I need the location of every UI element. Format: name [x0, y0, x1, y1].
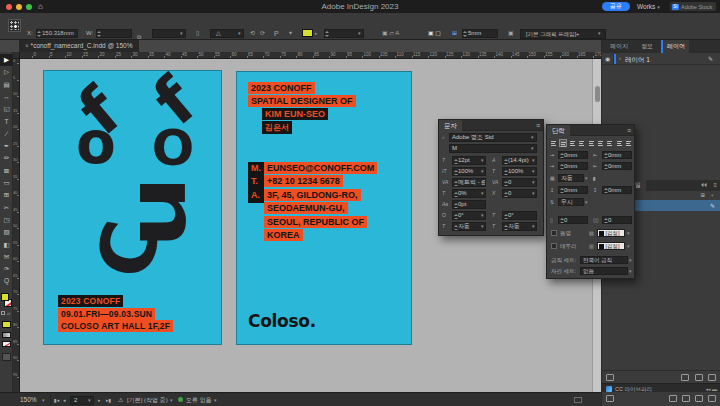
- indent-row2-left-field[interactable]: 0mm: [558, 162, 588, 170]
- toolbar-default-swatch-icon[interactable]: [1, 311, 5, 315]
- char-row-left-field[interactable]: 0pt: [452, 200, 486, 209]
- rectangle-frame-tool[interactable]: ⊠: [0, 165, 13, 177]
- corner-radius-field[interactable]: 5mm: [462, 29, 498, 38]
- preflight-status[interactable]: 오류 없음: [186, 396, 212, 405]
- reference-point-proxy[interactable]: [8, 19, 21, 32]
- bottom-footer-icon1[interactable]: [606, 395, 614, 402]
- cc-library-bar[interactable]: CC 라이브러리 ◂◂ ▬: [602, 383, 720, 392]
- free-transform-tool[interactable]: ◳: [0, 214, 13, 226]
- layer-expand-icon[interactable]: ›: [619, 55, 621, 61]
- zoom-level[interactable]: 150%: [20, 396, 37, 403]
- horizontal-ruler[interactable]: 0510152025303540455055606570758085909510…: [20, 52, 601, 59]
- stock-search-box[interactable]: St Adobe Stock: [670, 2, 716, 11]
- toolbar-swap-swatch-icon[interactable]: ⇄: [7, 311, 10, 316]
- styles-collapse-icon[interactable]: ⏴⏴: [701, 182, 707, 189]
- indent-row1-right-field[interactable]: 0mm: [602, 151, 632, 159]
- toolbar-fill-swatch[interactable]: [1, 293, 9, 301]
- hyphen-dropdown[interactable]: 무시: [558, 198, 584, 206]
- indent-row1-left-field[interactable]: 0mm: [558, 151, 588, 159]
- mojikumi-dropdown[interactable]: 없음: [580, 267, 628, 275]
- select-container-icon[interactable]: P: [274, 30, 279, 37]
- flip-horizontal-icon[interactable]: ▯: [196, 30, 199, 37]
- styles-add-icon[interactable]: ＋: [710, 192, 716, 199]
- align-button-6[interactable]: [606, 139, 614, 147]
- eyedropper-tool[interactable]: ✑: [0, 263, 13, 275]
- dock-tab-0[interactable]: 페이지: [606, 40, 632, 53]
- zoom-tool[interactable]: Q: [0, 275, 13, 287]
- rectangle-tool[interactable]: ▭: [0, 177, 13, 189]
- document-tab[interactable]: × *conoff_namecard_C.indd @ 150%: [19, 40, 139, 52]
- span-row-left-field[interactable]: 0: [558, 216, 588, 224]
- effects-icon[interactable]: ✦: [288, 30, 293, 37]
- align-button-7[interactable]: [616, 139, 624, 147]
- direct-selection-tool[interactable]: ▷: [0, 66, 13, 78]
- bottom-footer-icon2[interactable]: [669, 395, 677, 402]
- screen-mode-button[interactable]: [2, 353, 11, 361]
- character-panel-menu-icon[interactable]: ≡: [536, 122, 540, 129]
- align-button-5[interactable]: [597, 139, 605, 147]
- pencil-tool[interactable]: ✏: [0, 152, 13, 164]
- grid-tool[interactable]: ⊞: [0, 189, 13, 201]
- layer-visibility-icon[interactable]: ◉: [605, 55, 610, 62]
- align-button-3[interactable]: [578, 139, 586, 147]
- line-tool[interactable]: ∕: [0, 128, 13, 140]
- bottom-footer-icon3[interactable]: [682, 395, 690, 402]
- shading-color-field[interactable]: [검정]: [597, 229, 625, 237]
- workspace-switcher[interactable]: Works ▾: [637, 3, 660, 10]
- scissors-tool[interactable]: ✂: [0, 202, 13, 214]
- footer-new-icon[interactable]: [695, 374, 703, 381]
- dock-tab-2[interactable]: 레이어: [661, 40, 689, 53]
- vertical-scrollbar-thumb[interactable]: [595, 86, 600, 102]
- fill-color-swatch[interactable]: [302, 29, 313, 37]
- paragraph-panel-menu-icon[interactable]: ≡: [627, 127, 631, 134]
- span-row-right-field[interactable]: 0: [602, 216, 632, 224]
- space-row-left-field[interactable]: 0mm: [558, 186, 588, 194]
- gradient-tool[interactable]: ▨: [0, 226, 13, 238]
- type-tool[interactable]: T: [0, 116, 13, 128]
- border-checkbox[interactable]: [551, 243, 557, 249]
- x-field[interactable]: 150.318mm: [36, 29, 78, 38]
- align-button-0[interactable]: [550, 139, 558, 147]
- char-row-right-field[interactable]: 0°: [502, 211, 537, 220]
- styles-menu-icon[interactable]: ≡: [713, 182, 717, 188]
- prev-page-icon[interactable]: ◂: [63, 397, 66, 403]
- effects-fx-icon[interactable]: ▣ ▱ A: [382, 30, 399, 37]
- toolbar-apply-fill-swatch[interactable]: [2, 321, 11, 328]
- styles-filter-icon[interactable]: ⊞: [700, 192, 705, 198]
- font-style-field[interactable]: M: [449, 144, 537, 153]
- align-button-1[interactable]: [559, 139, 567, 147]
- grid-align-dropdown[interactable]: 자동: [558, 174, 584, 182]
- first-page-icon[interactable]: ▮◂: [54, 397, 59, 403]
- content-collector-tool[interactable]: ◱: [0, 103, 13, 115]
- footer-page-icon[interactable]: [606, 374, 614, 381]
- artboard-right[interactable]: 2023 CONOFF SPATIAL DESIGNER OF KIM EUN-…: [236, 71, 412, 345]
- font-family-field[interactable]: Adobe 명조 Std: [449, 133, 537, 142]
- shading-checkbox[interactable]: [551, 230, 557, 236]
- cc-library-icons[interactable]: ◂◂ ▬: [706, 386, 717, 392]
- space-row-right-field[interactable]: 0mm: [602, 186, 632, 194]
- toolbar-apply-none-icon[interactable]: [2, 341, 11, 347]
- paragraph-panel-tab[interactable]: 단락: [547, 125, 570, 136]
- align-button-2[interactable]: [569, 139, 577, 147]
- share-button[interactable]: 공유: [602, 2, 630, 11]
- indent-row2-right-field[interactable]: 0mm: [602, 162, 632, 170]
- last-page-icon[interactable]: ▸▮: [106, 397, 111, 403]
- layers-panel-row[interactable]: ◉ › 레이어 1 ✎: [602, 53, 720, 65]
- gradient-feather-tool[interactable]: ◧: [0, 239, 13, 251]
- border-color-field[interactable]: [검정]: [597, 242, 625, 250]
- rotate-ccw-icon[interactable]: ⟲: [250, 30, 255, 37]
- toolbar-apply-gradient-icon[interactable]: [2, 332, 11, 338]
- bottom-footer-icon5[interactable]: [708, 395, 716, 402]
- align-button-4[interactable]: [588, 139, 596, 147]
- pen-tool[interactable]: ✒: [0, 140, 13, 152]
- page-tool[interactable]: ▤: [0, 79, 13, 91]
- ruler-origin[interactable]: [13, 52, 20, 59]
- kinsoku-dropdown[interactable]: 한국어 금칙: [580, 256, 628, 264]
- gap-tool[interactable]: ↔: [0, 91, 13, 103]
- dock-tab-1[interactable]: 정보: [637, 40, 657, 53]
- bottom-footer-icon4[interactable]: [695, 395, 703, 402]
- preflight-profile[interactable]: [기본] (작업 중): [127, 396, 168, 405]
- object-style-dropdown[interactable]: [기본 그래픽 프레임]+: [520, 29, 606, 39]
- layer-name[interactable]: 레이어 1: [625, 56, 650, 65]
- footer-trash-icon[interactable]: [708, 374, 716, 381]
